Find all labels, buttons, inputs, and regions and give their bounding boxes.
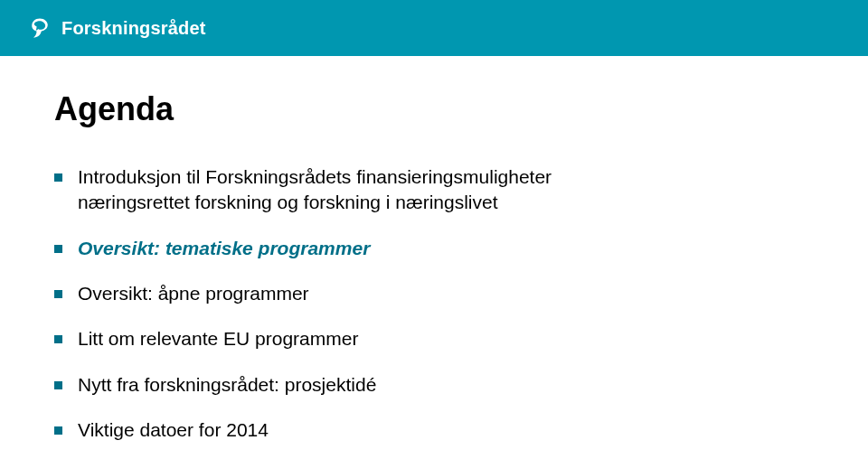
list-item: Oversikt: tematiske programmer [54,236,814,261]
slide-content: Agenda Introduksjon til Forskningsrådets… [0,56,868,443]
page-title: Agenda [54,90,814,128]
item-text: Viktige datoer for 2014 [78,419,269,440]
list-item: Litt om relevante EU programmer [54,326,814,351]
brand-name: Forskningsrådet [61,18,206,39]
item-text: Litt om relevante EU programmer [78,328,358,349]
list-item: Introduksjon til Forskningsrådets finans… [54,164,814,216]
list-item: Nytt fra forskningsrådet: prosjektidé [54,372,814,398]
item-text: Oversikt: åpne programmer [78,283,309,304]
item-text-highlight: Oversikt: tematiske programmer [78,238,370,258]
header-bar: Forskningsrådet [0,0,868,56]
item-text: Nytt fra forskningsrådet: prosjektidé [78,374,376,395]
brand-logo: Forskningsrådet [27,15,206,41]
list-item: Oversikt: åpne programmer [54,281,814,306]
brand-logo-icon [27,15,52,41]
item-text-line2: næringsrettet forskning og forskning i n… [78,192,498,212]
list-item: Viktige datoer for 2014 [54,417,814,443]
agenda-list: Introduksjon til Forskningsrådets finans… [54,164,814,443]
item-text-line1: Introduksjon til Forskningsrådets finans… [78,166,552,187]
